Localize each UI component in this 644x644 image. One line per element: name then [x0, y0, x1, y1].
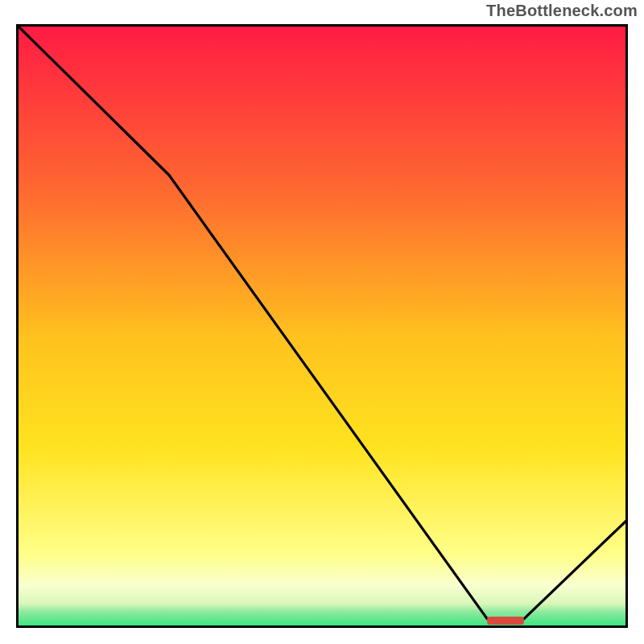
bottleneck-chart — [16, 24, 628, 628]
chart-container — [16, 24, 628, 628]
watermark-text: TheBottleneck.com — [486, 2, 638, 20]
optimal-range-marker — [487, 617, 524, 625]
